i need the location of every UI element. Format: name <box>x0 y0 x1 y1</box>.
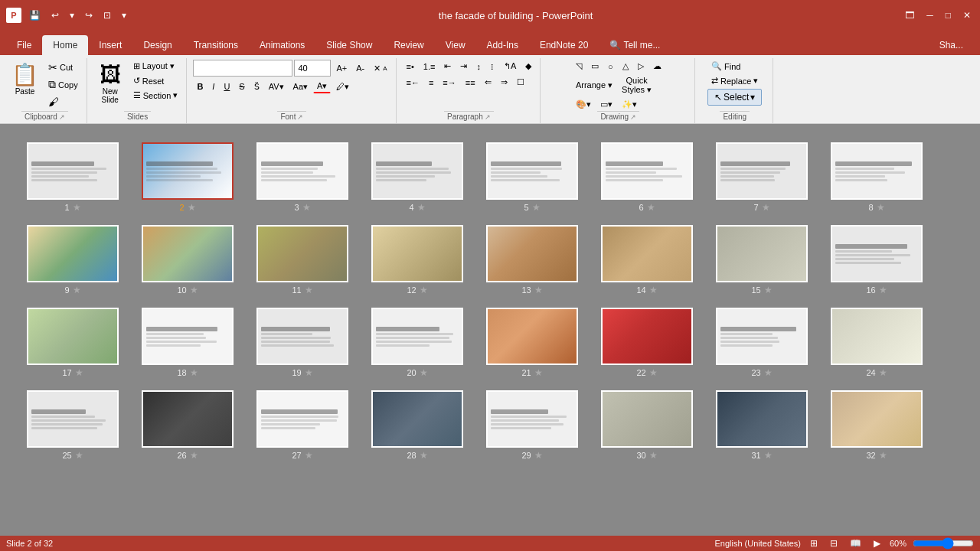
slide-item[interactable]: 19★ <box>253 308 352 378</box>
slide-star-icon[interactable]: ★ <box>762 202 770 213</box>
tab-view[interactable]: View <box>435 35 476 55</box>
slide-star-icon[interactable]: ★ <box>879 450 887 461</box>
slide-star-icon[interactable]: ★ <box>420 367 428 378</box>
shape-btn[interactable]: ○ <box>604 60 617 73</box>
decrease-indent-button[interactable]: ⇤ <box>440 60 455 73</box>
slide-item[interactable]: 21★ <box>482 308 582 378</box>
slide-star-icon[interactable]: ★ <box>305 367 313 378</box>
slide-item[interactable]: 10★ <box>138 225 237 295</box>
slide-star-icon[interactable]: ★ <box>649 367 658 378</box>
tab-design[interactable]: Design <box>132 35 182 55</box>
arrange-button[interactable]: Arrange ▾ <box>572 74 616 96</box>
copy-button[interactable]: ⧉ Copy <box>44 77 82 93</box>
replace-button[interactable]: ⇄ Replace ▾ <box>707 74 762 87</box>
slide-item[interactable]: 22★ <box>597 308 697 378</box>
align-left-button[interactable]: ≡← <box>403 77 423 89</box>
slide-item[interactable]: 18★ <box>138 308 237 378</box>
slide-item[interactable]: 1★ <box>23 142 122 213</box>
zoom-slider[interactable] <box>913 537 974 549</box>
slide-item[interactable]: 24★ <box>827 308 926 378</box>
slide-star-icon[interactable]: ★ <box>534 285 543 295</box>
strikethrough-button[interactable]: S <box>235 80 248 93</box>
slide-star-icon[interactable]: ★ <box>532 202 541 213</box>
clear-format-button[interactable]: ✕A <box>370 62 390 75</box>
slide-item[interactable]: 11★ <box>253 225 352 295</box>
bullets-button[interactable]: ≡• <box>403 60 418 73</box>
slide-star-icon[interactable]: ★ <box>73 285 81 295</box>
slide-item[interactable]: 17★ <box>23 308 122 378</box>
shape-btn[interactable]: ▭ <box>587 60 603 73</box>
text-box-button[interactable]: ☐ <box>513 76 528 89</box>
tab-transitions[interactable]: Transitions <box>183 35 249 55</box>
slide-star-icon[interactable]: ★ <box>420 285 428 295</box>
present-button[interactable]: ⊡ <box>100 8 114 22</box>
undo-dropdown[interactable]: ▾ <box>67 8 77 22</box>
section-button[interactable]: ☰ Section ▾ <box>129 89 182 102</box>
slide-item[interactable]: 12★ <box>368 225 467 295</box>
ltr-button[interactable]: ⇒ <box>497 76 511 89</box>
minimize-button[interactable]: ─ <box>923 8 936 22</box>
italic-button[interactable]: I <box>208 80 218 93</box>
highlight-button[interactable]: 🖊▾ <box>332 80 353 93</box>
slide-item[interactable]: 27★ <box>253 390 352 461</box>
columns-button[interactable]: ⫶ <box>486 60 498 73</box>
restore-window-button[interactable]: 🗖 <box>902 8 917 22</box>
decrease-font-button[interactable]: A- <box>352 62 368 74</box>
slide-star-icon[interactable]: ★ <box>305 285 313 295</box>
numbering-button[interactable]: 1.≡ <box>420 60 439 73</box>
tab-review[interactable]: Review <box>383 35 434 55</box>
shape-btn[interactable]: ☁ <box>649 60 665 73</box>
maximize-button[interactable]: □ <box>942 8 954 22</box>
slide-item[interactable]: 5★ <box>482 142 582 213</box>
rtl-button[interactable]: ⇐ <box>481 76 495 89</box>
close-button[interactable]: ✕ <box>960 8 974 22</box>
slide-star-icon[interactable]: ★ <box>879 367 887 378</box>
shape-outline-button[interactable]: ▭▾ <box>596 98 616 111</box>
slide-item[interactable]: 25★ <box>23 390 122 461</box>
slide-sorter-button[interactable]: ⊟ <box>827 536 841 550</box>
shape-btn[interactable]: △ <box>619 60 632 73</box>
tab-slideshow[interactable]: Slide Show <box>315 35 383 55</box>
font-size-input[interactable] <box>294 60 331 77</box>
slide-star-icon[interactable]: ★ <box>302 202 311 213</box>
slide-star-icon[interactable]: ★ <box>877 202 885 213</box>
format-painter-button[interactable]: 🖌 <box>44 94 82 109</box>
slide-star-icon[interactable]: ★ <box>190 367 198 378</box>
slide-star-icon[interactable]: ★ <box>190 450 198 461</box>
slide-item[interactable]: 26★ <box>138 390 237 461</box>
align-center-button[interactable]: ≡ <box>425 77 437 89</box>
slide-star-icon[interactable]: ★ <box>879 285 887 295</box>
slide-item[interactable]: 20★ <box>368 308 467 378</box>
slide-star-icon[interactable]: ★ <box>649 285 658 295</box>
bold-button[interactable]: B <box>193 80 207 93</box>
shape-effects-button[interactable]: ✨▾ <box>618 98 641 111</box>
slide-item[interactable]: 23★ <box>712 308 812 378</box>
slide-item[interactable]: 30★ <box>597 390 697 461</box>
find-button[interactable]: 🔍 Find <box>707 60 744 73</box>
font-color-button[interactable]: A▾ <box>313 80 331 93</box>
slide-star-icon[interactable]: ★ <box>305 450 313 461</box>
tab-insert[interactable]: Insert <box>88 35 132 55</box>
font-name-input[interactable] <box>193 60 292 77</box>
paste-button[interactable]: 📋 Paste <box>8 60 42 98</box>
tab-tellme[interactable]: 🔍 Tell me... <box>599 35 671 55</box>
line-spacing-button[interactable]: ↕ <box>472 60 485 73</box>
tab-addins[interactable]: Add-Ins <box>476 35 529 55</box>
slide-item[interactable]: 15★ <box>712 225 812 295</box>
slideshow-button[interactable]: ▶ <box>871 536 884 550</box>
slide-item[interactable]: 7★ <box>712 142 812 213</box>
share-button[interactable]: Sha... <box>929 35 974 55</box>
font-case-button[interactable]: Aa▾ <box>289 80 312 93</box>
slide-item[interactable]: 32★ <box>827 390 926 461</box>
slide-item[interactable]: 4★ <box>368 142 467 213</box>
slide-star-icon[interactable]: ★ <box>417 202 426 213</box>
slide-item[interactable]: 16★ <box>827 225 926 295</box>
convert-smartart-button[interactable]: ◆ <box>521 60 535 73</box>
slide-star-icon[interactable]: ★ <box>75 450 83 461</box>
align-right-button[interactable]: ≡→ <box>439 77 459 89</box>
slide-star-icon[interactable]: ★ <box>188 202 196 213</box>
char-spacing-button[interactable]: AV▾ <box>265 80 288 93</box>
slide-item[interactable]: 8★ <box>827 142 926 213</box>
shape-fill-button[interactable]: 🎨▾ <box>572 98 595 111</box>
shape-btn[interactable]: ▷ <box>634 60 648 73</box>
